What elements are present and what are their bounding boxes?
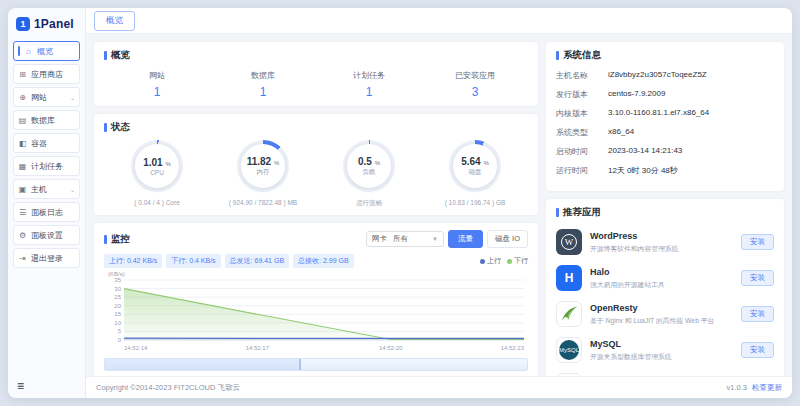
stat-value-link[interactable]: 1	[210, 85, 316, 99]
chart-legend: 上行 下行	[480, 256, 528, 266]
datazoom-handle[interactable]	[299, 359, 301, 370]
gauge-sub: 运行流畅	[356, 199, 382, 208]
svg-text:30: 30	[114, 286, 121, 292]
info-value: centos-7.9.2009	[608, 89, 665, 100]
select-label: 网卡	[372, 234, 387, 244]
svg-text:35: 35	[114, 277, 121, 283]
1panel-logo-icon: 1	[16, 17, 30, 31]
total-sent-badge: 总发送: 69.41 GB	[225, 254, 289, 268]
main-area: 概览 概览 网站 1 数据库	[86, 8, 792, 398]
app-name: OpenResty	[590, 303, 733, 313]
app-row-wordpress[interactable]: W WordPress 开源博客软件和内容管理系统 安装	[556, 229, 774, 255]
logo[interactable]: 1 1Panel	[8, 8, 85, 39]
svg-text:15: 15	[114, 311, 121, 317]
traffic-button[interactable]: 流量	[448, 230, 483, 248]
system-info-title-text: 系统信息	[563, 49, 601, 62]
svg-text:(KB/s): (KB/s)	[108, 271, 125, 277]
gauge-text: 5.64 % 磁盘	[449, 140, 501, 192]
stat-value-link[interactable]: 3	[422, 85, 528, 99]
total-received-badge: 总接收: 2.99 GB	[293, 254, 354, 268]
monitor-card-title: 监控	[104, 233, 130, 246]
sidebar-item-label: 应用商店	[31, 69, 63, 80]
sidebar-item-label: 计划任务	[31, 161, 63, 172]
gauge-text: 11.82 % 内存	[237, 140, 289, 192]
chevron-down-icon: ⌄	[70, 94, 75, 101]
info-value: 12天 0时 30分 48秒	[608, 165, 678, 176]
disk-io-button[interactable]: 磁盘 IO	[487, 230, 528, 248]
app-name: Halo	[590, 267, 733, 277]
footer-right: v1.0.3 检查更新	[727, 383, 782, 393]
load-gauge-ring: 0.5 % 负载	[343, 140, 395, 192]
install-wordpress-button[interactable]: 安装	[741, 234, 774, 250]
memory-gauge-ring: 11.82 % 内存	[237, 140, 289, 192]
gauge-value: 11.82 %	[247, 156, 280, 167]
svg-text:0: 0	[118, 337, 122, 343]
sidebar-item-label: 主机	[31, 184, 47, 195]
info-row-arch: 系统类型 x86_64	[556, 127, 774, 138]
app-row-openresty[interactable]: OpenResty 基于 Nginx 和 LuaJIT 的高性能 Web 平台 …	[556, 301, 774, 327]
install-openresty-button[interactable]: 安装	[741, 306, 774, 322]
network-card-select[interactable]: 网卡 所有 ▼	[366, 231, 444, 247]
gauge-sub: ( 924.90 / 7822.48 ) MB	[229, 199, 297, 206]
sidebar-item-database[interactable]: ▤ 数据库	[13, 110, 80, 130]
sidebar-item-overview[interactable]: ⌂ 概览	[13, 41, 80, 61]
info-label: 启动时间	[556, 146, 608, 157]
title-bar-icon	[104, 51, 107, 60]
sidebar-item-panel-logs[interactable]: ☰ 面板日志	[13, 202, 80, 222]
overview-card: 概览 网站 1 数据库 1 计划任务 1	[94, 42, 538, 106]
info-value: iZ8vbbyz2u3057cToqeeZ5Z	[608, 70, 707, 81]
sidebar-item-app-store[interactable]: ⊞ 应用商店	[13, 64, 80, 84]
app-row-mysql[interactable]: MySQL MySQL 开源关系型数据库管理系统 安装	[556, 337, 774, 363]
content: 概览 网站 1 数据库 1 计划任务 1	[86, 34, 792, 376]
legend-up[interactable]: 上行	[480, 256, 501, 266]
install-halo-button[interactable]: 安装	[741, 270, 774, 286]
halo-icon: H	[556, 265, 582, 291]
gauge-cpu: 1.01 % CPU ( 0.04 / 4 ) Core	[104, 140, 210, 208]
website-icon: ⊕	[18, 93, 27, 102]
sidebar-item-host[interactable]: ▣ 主机 ⌄	[13, 179, 80, 199]
install-mysql-button[interactable]: 安装	[741, 342, 774, 358]
tab-bar: 概览	[86, 8, 792, 34]
legend-label: 上行	[487, 256, 501, 266]
select-value: 所有	[393, 234, 408, 244]
datazoom-slider[interactable]	[104, 358, 528, 371]
sidebar-item-website[interactable]: ⊕ 网站 ⌄	[13, 87, 80, 107]
sidebar-item-label: 概览	[37, 46, 53, 57]
app-name: WordPress	[590, 231, 733, 241]
down-rate-badge: 下行: 0.4 KB/s	[166, 254, 220, 268]
info-label: 系统类型	[556, 127, 608, 138]
stat-label: 数据库	[210, 70, 316, 81]
info-row-hostname: 主机名称 iZ8vbbyz2u3057cToqeeZ5Z	[556, 70, 774, 81]
app-meta: WordPress 开源博客软件和内容管理系统	[590, 231, 733, 254]
stat-label: 已安装应用	[422, 70, 528, 81]
legend-label: 下行	[514, 256, 528, 266]
stat-value-link[interactable]: 1	[316, 85, 422, 99]
gauge-label: CPU	[150, 169, 164, 176]
app-meta: MySQL 开源关系型数据库管理系统	[590, 339, 733, 362]
sidebar-item-logout[interactable]: ⇥ 退出登录	[13, 248, 80, 268]
overview-title-text: 概览	[111, 49, 130, 62]
sidebar-item-label: 数据库	[31, 115, 55, 126]
monitor-header: 监控 网卡 所有 ▼ 流量 磁盘 IO	[104, 230, 528, 248]
gauge-label: 负载	[363, 168, 376, 177]
sidebar-item-panel-settings[interactable]: ⚙ 面板设置	[13, 225, 80, 245]
sidebar-collapse-icon[interactable]: ≡	[17, 380, 24, 392]
gauge-label: 内存	[257, 168, 270, 177]
app-row-halo[interactable]: H Halo 强大易用的开源建站工具 安装	[556, 265, 774, 291]
tab-overview[interactable]: 概览	[94, 11, 135, 31]
legend-down[interactable]: 下行	[507, 256, 528, 266]
gauge-text: 1.01 % CPU	[131, 140, 183, 192]
mysql-icon: MySQL	[556, 337, 582, 363]
stat-database: 数据库 1	[210, 70, 316, 99]
disk-gauge-ring: 5.64 % 磁盘	[449, 140, 501, 192]
sidebar-item-cron[interactable]: ▦ 计划任务	[13, 156, 80, 176]
check-update-link[interactable]: 检查更新	[752, 383, 782, 393]
monitor-card: 监控 网卡 所有 ▼ 流量 磁盘 IO 上	[94, 223, 538, 376]
info-value: 2023-03-14 14:21:43	[608, 146, 682, 157]
traffic-badges: 上行: 0.42 KB/s 下行: 0.4 KB/s 总发送: 69.41 GB…	[104, 254, 528, 268]
sidebar-item-container[interactable]: ◧ 容器	[13, 133, 80, 153]
gauge-text: 0.5 % 负载	[343, 140, 395, 192]
stat-value-link[interactable]: 1	[104, 85, 210, 99]
recommended-apps-title: 推荐应用	[556, 206, 774, 219]
sidebar: 1 1Panel ⌂ 概览 ⊞ 应用商店 ⊕ 网站 ⌄ ▤ 数据库	[8, 8, 86, 398]
